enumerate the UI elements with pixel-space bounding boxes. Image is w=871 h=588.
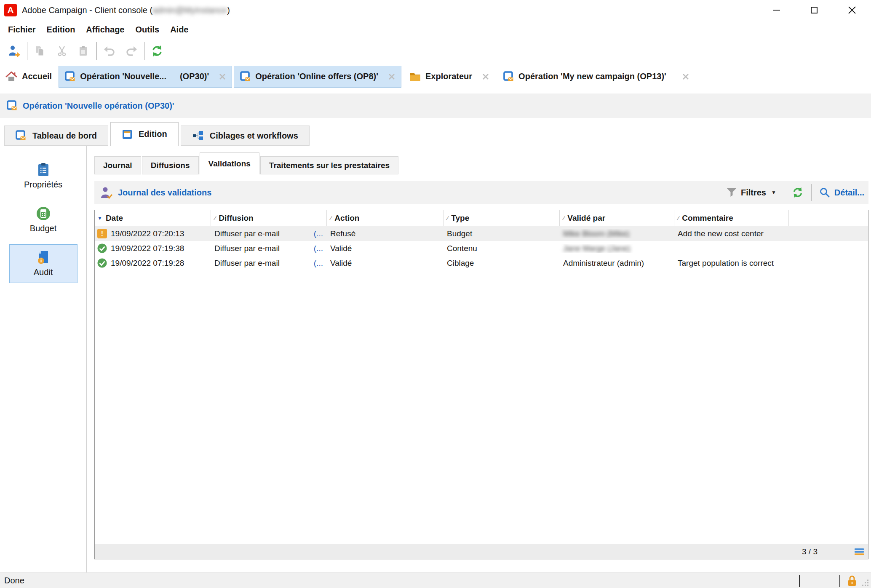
redacted-name: Mike Bloom (Mike) — [563, 229, 629, 238]
cell-validated-by: Mike Bloom (Mike) — [559, 229, 674, 238]
resize-grip[interactable] — [865, 582, 866, 583]
close-tab-icon — [219, 73, 226, 80]
refresh-button[interactable] — [146, 41, 168, 61]
nav-tab-operation-op8[interactable]: Opération 'Online offers (OP8)' — [234, 66, 401, 88]
column-header-action[interactable]: ∕ Action — [326, 210, 443, 226]
sidebar-item-budget[interactable]: Budget — [9, 200, 77, 239]
sortable-icon: ∕ — [447, 215, 448, 222]
redo-button[interactable] — [120, 41, 142, 61]
nav-tab-close[interactable] — [219, 73, 226, 80]
tab-label: Tableau de bord — [32, 131, 97, 141]
menu-aide[interactable]: Aide — [165, 25, 194, 35]
warning-icon: ! — [97, 229, 107, 238]
redo-icon — [125, 45, 138, 56]
close-button[interactable] — [833, 0, 871, 20]
maximize-button[interactable] — [795, 0, 833, 20]
cut-button[interactable] — [51, 41, 73, 61]
nav-tab-close[interactable] — [388, 73, 395, 80]
window-title: Adobe Campaign - Client console (admin@M… — [22, 5, 230, 15]
content-panel: Journal Diffusions Validations Traitemen… — [87, 146, 871, 572]
sidebar-item-label: Audit — [34, 267, 53, 277]
filters-label: Filtres — [741, 188, 766, 198]
validation-log-title: Journal des validations — [100, 186, 211, 199]
cell-type: Ciblage — [443, 259, 559, 268]
subtab-journal[interactable]: Journal — [94, 156, 141, 174]
column-header-type[interactable]: ∕ Type — [443, 210, 559, 226]
subtab-bar: Journal Diffusions Validations Traitemen… — [94, 152, 868, 174]
chevron-down-icon: ▼ — [771, 190, 776, 195]
close-tab-icon — [682, 73, 689, 80]
nav-tab-home[interactable]: Accueil — [4, 71, 57, 82]
nav-tab-close[interactable] — [682, 73, 689, 80]
breadcrumb-label[interactable]: Opération 'Nouvelle opération (OP30)' — [23, 101, 174, 111]
undo-button[interactable] — [99, 41, 120, 61]
subtab-traitements[interactable]: Traitements sur les prestataires — [260, 156, 398, 174]
cell-comment: Add the new cost center — [674, 229, 788, 238]
menu-outils[interactable]: Outils — [130, 25, 165, 35]
sortable-icon: ∕ — [563, 215, 564, 222]
table-row[interactable]: ! 19/09/2022 07:20:13 Diffuser par e-mai… — [95, 226, 868, 241]
main-tab-bar: Tableau de bord Edition Ciblages et work… — [0, 122, 871, 146]
cell-action: Refusé — [326, 229, 443, 238]
refresh-icon — [151, 45, 163, 57]
sidebar-item-audit[interactable]: Audit — [9, 244, 77, 283]
table-row[interactable]: 19/09/2022 07:19:38 Diffuser par e-mail … — [95, 241, 868, 256]
tab-tableau-de-bord[interactable]: Tableau de bord — [4, 126, 108, 146]
filters-button[interactable]: Filtres ▼ — [727, 188, 776, 198]
nav-tab-operation-op30[interactable]: Opération 'Nouvelle... (OP30)' — [59, 66, 232, 88]
menu-edition[interactable]: Edition — [41, 25, 81, 35]
nav-tab-label: Opération 'Online offers (OP8)' — [255, 72, 378, 81]
copy-button[interactable] — [29, 41, 51, 61]
menu-fichier[interactable]: Fichier — [3, 25, 41, 35]
nav-tab-strip: Accueil Opération 'Nouvelle... (OP30)' O… — [0, 63, 871, 90]
cell-diffusion: Diffuser par e-mail (... — [211, 244, 326, 253]
subtab-diffusions[interactable]: Diffusions — [142, 156, 199, 174]
subtab-validations[interactable]: Validations — [200, 152, 259, 174]
detail-button[interactable]: Détail... — [819, 187, 864, 198]
configure-list-icon[interactable] — [855, 548, 864, 555]
nav-tab-operation-op13[interactable]: Opération 'My new campaign (OP13)' — [497, 66, 695, 88]
column-header-diffusion[interactable]: ∕ Diffusion — [211, 210, 326, 226]
sidebar-item-label: Budget — [30, 224, 56, 233]
person-check-icon — [100, 186, 113, 199]
minimize-button[interactable] — [757, 0, 795, 20]
tab-ciblages-et-workflows[interactable]: Ciblages et workflows — [181, 126, 310, 146]
record-count: 3 / 3 — [802, 547, 818, 556]
refresh-list-button[interactable] — [792, 187, 804, 198]
sidebar: Propriétés Budget — [0, 146, 87, 572]
refresh-icon — [792, 187, 804, 198]
body-area: Propriétés Budget — [0, 146, 871, 573]
table-header: ▼ Date ∕ Diffusion ∕ Action ∕ Type — [95, 210, 868, 226]
tab-label: Ciblages et workflows — [210, 131, 298, 141]
undo-icon — [103, 45, 116, 56]
lock-icon[interactable] — [847, 575, 857, 587]
nav-tab-close[interactable] — [482, 73, 489, 80]
close-tab-icon — [388, 73, 395, 80]
redacted-name: Jane Marge (Jane) — [563, 244, 630, 253]
window-title-text: Adobe Campaign - Client console ( — [22, 5, 152, 15]
menu-affichage[interactable]: Affichage — [80, 25, 130, 35]
sidebar-item-proprietes[interactable]: Propriétés — [9, 157, 77, 195]
column-header-date[interactable]: ▼ Date — [95, 210, 211, 226]
cell-diffusion: Diffuser par e-mail (... — [211, 229, 326, 238]
cell-action: Validé — [326, 259, 443, 268]
validation-log-toolbar: Journal des validations Filtres ▼ — [94, 181, 868, 204]
nav-tab-explorer[interactable]: Explorateur — [403, 66, 495, 88]
column-header-commentaire[interactable]: ∕ Commentaire — [674, 210, 788, 226]
status-separator — [799, 575, 800, 587]
table-row[interactable]: 19/09/2022 07:19:28 Diffuser par e-mail … — [95, 256, 868, 270]
toolbar-separator — [27, 42, 27, 60]
cell-validated-by: Administrateur (admin) — [559, 259, 674, 268]
home-icon — [5, 71, 18, 82]
breadcrumb: Opération 'Nouvelle opération (OP30)' — [0, 94, 871, 118]
nav-tab-label: Explorateur — [425, 72, 472, 81]
band-separator — [811, 184, 812, 201]
user-arrow-icon — [8, 45, 21, 57]
column-header-valide-par[interactable]: ∕ Validé par — [559, 210, 674, 226]
tab-edition[interactable]: Edition — [110, 122, 179, 146]
cell-type: Contenu — [443, 244, 559, 253]
cell-validated-by: Jane Marge (Jane) — [559, 244, 674, 253]
connection-button[interactable] — [3, 41, 25, 61]
sidebar-item-label: Propriétés — [24, 180, 62, 190]
paste-button[interactable] — [73, 41, 95, 61]
